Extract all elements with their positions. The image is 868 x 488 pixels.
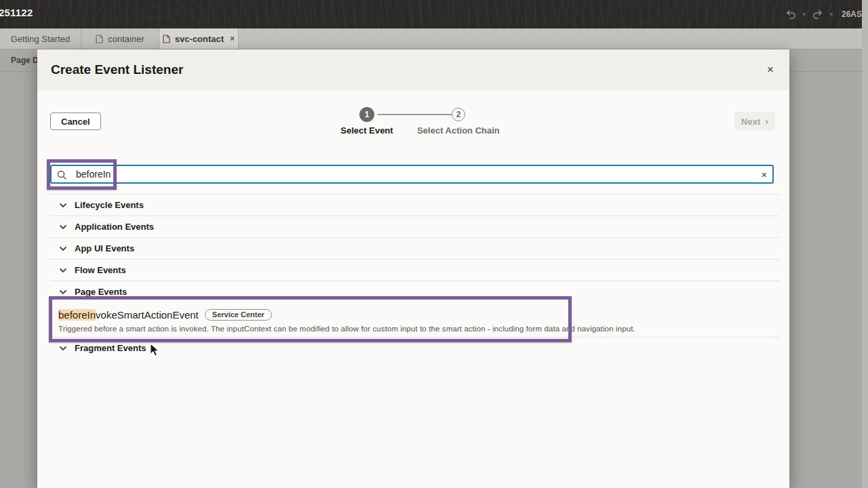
tab-container[interactable]: container (81, 28, 159, 49)
create-event-listener-dialog: Create Event Listener × Cancel 1 2 Selec… (37, 49, 789, 488)
next-button[interactable]: Next › (734, 112, 775, 131)
section-label: Flow Events (75, 265, 126, 275)
section-flow-events[interactable]: Flow Events (50, 259, 780, 281)
chevron-down-icon (59, 346, 67, 351)
background-divider (0, 71, 37, 72)
chevron-down-icon (59, 268, 67, 273)
event-category-list: Lifecycle Events Application Events App … (50, 194, 780, 359)
next-button-label: Next (741, 117, 760, 127)
document-icon (96, 35, 103, 43)
chevron-down-icon (59, 224, 67, 230)
section-label: Application Events (75, 222, 154, 232)
step-connector (378, 114, 452, 115)
header-actions: ▼ ▼ 26ASam (782, 0, 862, 28)
chevron-down-icon (59, 246, 67, 251)
service-center-badge: Service Center (205, 309, 272, 321)
tab-label: container (108, 34, 144, 44)
event-result-beforeInvokeSmartActionEvent[interactable]: beforeInvokeSmartActionEvent Service Cen… (50, 302, 780, 337)
app-header: 251122 ▼ ▼ 26ASam (0, 0, 868, 28)
tab-label: Getting Started (11, 34, 70, 44)
background-page-designer-label: Page D (11, 56, 39, 65)
dialog-close-icon[interactable]: × (762, 62, 778, 78)
section-label: App UI Events (75, 243, 134, 253)
background-divider (789, 71, 868, 72)
tab-svc-contact[interactable]: svc-contact × (159, 28, 239, 49)
dialog-titlebar: Create Event Listener × (37, 49, 789, 90)
section-label: Fragment Events (75, 343, 146, 353)
app-title: 251122 (0, 7, 33, 18)
section-page-events[interactable]: Page Events (50, 281, 780, 302)
step-2-label: Select Action Chain (404, 125, 513, 136)
clear-search-icon[interactable]: × (757, 168, 771, 182)
section-label: Page Events (75, 287, 127, 297)
dialog-title: Create Event Listener (51, 49, 183, 90)
undo-menu-caret-icon[interactable]: ▼ (800, 5, 809, 23)
result-title-line: beforeInvokeSmartActionEvent Service Cen… (58, 308, 780, 321)
cancel-button[interactable]: Cancel (50, 113, 101, 130)
tab-label: svc-contact (175, 34, 224, 44)
step-2-indicator: 2 (452, 108, 465, 121)
section-app-ui-events[interactable]: App UI Events (50, 237, 780, 259)
section-application-events[interactable]: Application Events (50, 216, 780, 237)
chevron-down-icon (59, 203, 67, 208)
workspace-label: 26ASam (842, 9, 862, 19)
redo-icon (812, 9, 823, 19)
redo-menu-caret-icon[interactable]: ▼ (827, 5, 836, 23)
undo-button[interactable] (782, 5, 800, 23)
document-icon (163, 35, 170, 43)
section-fragment-events[interactable]: Fragment Events (50, 337, 780, 359)
event-description: Triggered before a smart action is invok… (58, 325, 780, 333)
chevron-down-icon (59, 289, 67, 295)
event-name-rest: vokeSmartActionEvent (96, 309, 199, 321)
tab-close-icon[interactable]: × (230, 35, 235, 43)
event-search-input[interactable] (50, 165, 774, 184)
section-label: Lifecycle Events (75, 200, 144, 210)
section-lifecycle-events[interactable]: Lifecycle Events (50, 194, 780, 216)
search-match-highlight: beforeIn (58, 309, 96, 321)
chevron-right-icon: › (765, 117, 768, 126)
event-name: beforeInvokeSmartActionEvent (58, 309, 199, 321)
step-1-indicator: 1 (359, 107, 374, 122)
editor-tab-bar: Getting Started container svc-contact × (0, 28, 868, 49)
window-scrollbar[interactable] (862, 0, 868, 488)
redo-button[interactable] (809, 5, 827, 23)
tab-getting-started[interactable]: Getting Started (0, 28, 81, 49)
app-screen: 251122 ▼ ▼ 26ASam Getting Started contai… (0, 0, 868, 488)
undo-icon (785, 9, 796, 19)
